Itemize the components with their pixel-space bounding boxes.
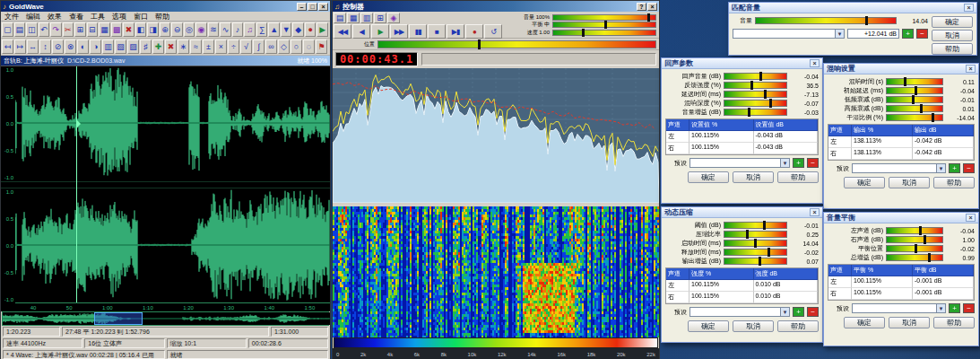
toolbar-button[interactable]: ♯ <box>140 39 152 54</box>
overview-strip[interactable] <box>2 311 329 326</box>
preset-delete-button[interactable]: − <box>963 163 975 173</box>
slider-thumb[interactable] <box>750 81 753 90</box>
dialog-button[interactable]: 取消 <box>733 320 774 332</box>
toolbar-button[interactable]: ◉ <box>195 22 207 37</box>
toolbar-button[interactable]: ↤ <box>2 39 13 54</box>
toolbar-button[interactable]: ▦ <box>99 22 110 37</box>
toolbar-button[interactable]: ● <box>305 22 317 37</box>
slider-thumb[interactable] <box>478 39 481 49</box>
table-row[interactable]: 左100.115%-0.043 dB <box>666 131 818 143</box>
toolbar-button[interactable]: ▩ <box>111 22 123 37</box>
menu-item[interactable]: 帮助 <box>155 12 169 22</box>
sound-window-titlebar[interactable]: 音轨B: 上海滩-叶丽仪 D:\CD-2.BOD03.wav 就绪 100% <box>1 56 330 66</box>
window-control-button[interactable]: × <box>318 3 328 11</box>
preset-delete-button[interactable]: − <box>963 303 975 313</box>
param-slider[interactable] <box>886 245 943 252</box>
slider-thumb[interactable] <box>932 113 934 122</box>
dialog-button[interactable]: 取消 <box>889 177 930 188</box>
toolbar-button[interactable]: ▧ <box>115 39 126 54</box>
transport-button[interactable]: ▮▮ <box>409 24 427 39</box>
slider-thumb[interactable] <box>759 257 761 266</box>
param-slider[interactable] <box>724 249 787 256</box>
position-slider[interactable] <box>377 40 656 48</box>
toolbar-button[interactable]: ∫ <box>253 39 265 54</box>
slider-thumb[interactable] <box>928 253 931 262</box>
preset-add-button[interactable]: + <box>793 307 804 317</box>
param-slider[interactable] <box>724 109 787 116</box>
menu-item[interactable]: 文件 <box>4 12 19 22</box>
dialog-button[interactable]: 取消 <box>889 317 930 328</box>
param-slider[interactable] <box>724 73 787 80</box>
param-slider[interactable] <box>724 91 787 98</box>
transport-button[interactable]: ● <box>465 24 483 39</box>
preset-combobox[interactable]: ▾ <box>689 307 790 317</box>
param-slider[interactable] <box>724 100 787 107</box>
slider-thumb[interactable] <box>763 221 766 230</box>
waveform-channel-left[interactable]: 1.00.50.0-0.5-1.0 <box>1 66 330 181</box>
table-row[interactable]: 右138.113%-0.042 dB <box>828 148 974 160</box>
param-slider[interactable] <box>724 82 787 89</box>
param-slider[interactable] <box>724 231 787 238</box>
dialog-button[interactable]: 确定 <box>688 171 729 183</box>
dialog-button[interactable]: 取消 <box>733 171 774 183</box>
table-header-cell[interactable]: 设置值 dB <box>754 119 819 131</box>
toolbar-button[interactable]: ◌ <box>303 39 315 54</box>
table-header-cell[interactable]: 强度 % <box>689 268 754 280</box>
toolbar-button[interactable]: ▥ <box>102 39 114 54</box>
toolbar-button[interactable]: ↶ <box>39 22 50 37</box>
menu-item[interactable]: 编辑 <box>26 12 40 22</box>
table-header-cell[interactable]: 平衡 % <box>852 265 913 276</box>
dialog-titlebar[interactable]: 匹配音量 × <box>729 3 976 13</box>
toolbar-button[interactable]: ↷ <box>50 22 62 37</box>
table-row[interactable]: 左100.115%0.010 dB <box>666 280 818 292</box>
toolbar-button[interactable]: ↔ <box>27 39 39 54</box>
toolbar-button[interactable]: ± <box>203 39 214 54</box>
transport-button[interactable]: ▶ <box>371 24 389 39</box>
table-header-cell[interactable]: 声道 <box>666 268 689 280</box>
dialog-button[interactable]: 帮助 <box>777 320 819 332</box>
table-header-cell[interactable]: 声道 <box>666 119 689 131</box>
window-control-button[interactable]: – <box>297 3 307 11</box>
preset-add-button[interactable]: + <box>902 29 914 39</box>
toolbar-button[interactable]: ⊗ <box>65 39 76 54</box>
toolbar-button[interactable]: ≋ <box>208 22 220 37</box>
mini-slider[interactable] <box>552 14 656 21</box>
toolbar-button[interactable]: ÷ <box>228 39 239 54</box>
toolbar-button[interactable]: ▥ <box>360 13 373 23</box>
menu-item[interactable]: 选项 <box>112 12 126 22</box>
toolbar-button[interactable]: ◈ <box>387 13 400 23</box>
toolbar-button[interactable]: ◆ <box>292 22 304 37</box>
table-header-cell[interactable]: 声道 <box>828 265 852 276</box>
preset-combobox[interactable]: ▾ <box>689 158 790 168</box>
toolbar-button[interactable]: ◧ <box>135 22 147 37</box>
slider-thumb[interactable] <box>759 72 762 81</box>
slider-thumb[interactable] <box>748 108 750 117</box>
table-row[interactable]: 右100.115%-0.001 dB <box>828 288 974 300</box>
param-slider[interactable] <box>724 240 787 247</box>
dialog-button[interactable]: 确定 <box>844 177 885 188</box>
toolbar-button[interactable]: ♫ <box>244 22 256 37</box>
param-slider[interactable] <box>886 105 943 112</box>
overview-selection[interactable] <box>94 312 143 325</box>
preset-delete-button[interactable]: − <box>807 158 819 168</box>
close-icon[interactable]: × <box>810 59 820 67</box>
param-slider[interactable] <box>886 87 943 94</box>
close-icon[interactable]: × <box>966 214 976 222</box>
toolbar-button[interactable]: ◑ <box>90 39 101 54</box>
toolbar-button[interactable]: ▼ <box>281 22 292 37</box>
mini-slider[interactable] <box>552 22 656 28</box>
menu-item[interactable]: 查看 <box>69 12 83 22</box>
preset-add-button[interactable]: + <box>949 303 960 313</box>
slider-thumb[interactable] <box>769 99 772 108</box>
toolbar-button[interactable]: ≈ <box>190 39 202 54</box>
dialog-button[interactable]: 帮助 <box>932 43 973 55</box>
table-row[interactable]: 左138.113%-0.042 dB <box>828 136 974 148</box>
transport-button[interactable]: ▶▮ <box>447 24 464 39</box>
toolbar-button[interactable]: ↕ <box>39 39 51 54</box>
preset-add-button[interactable]: + <box>949 163 960 173</box>
slider-thumb[interactable] <box>920 104 923 113</box>
waveform-area[interactable]: 1.00.50.0-0.5-1.0 1.00.50.0-0.5-1.0 <box>1 66 330 302</box>
param-slider[interactable] <box>886 236 943 243</box>
toolbar-button[interactable]: × <box>215 39 227 54</box>
preset-delete-button[interactable]: − <box>916 29 928 39</box>
